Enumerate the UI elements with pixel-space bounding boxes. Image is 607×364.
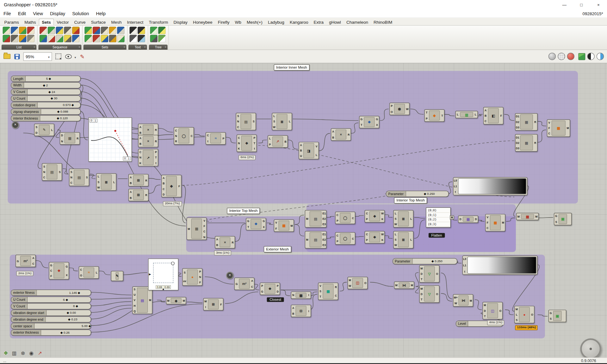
output-port[interactable]: F: [219, 303, 223, 306]
slider-track[interactable]: 5 ◆: [26, 76, 80, 81]
sketch-pen-button[interactable]: [78, 52, 86, 60]
input-port[interactable]: T: [420, 278, 424, 281]
input-port[interactable]: B: [129, 196, 133, 199]
preview-toggle-button[interactable]: [65, 52, 72, 60]
tab-maths[interactable]: Maths: [22, 19, 39, 25]
input-port[interactable]: D3: [516, 126, 520, 129]
output-port[interactable]: P: [221, 137, 225, 140]
output-port[interactable]: M: [410, 284, 414, 287]
input-port[interactable]: O: [79, 274, 83, 277]
input-port[interactable]: A: [291, 307, 295, 310]
shaded-preview-icon[interactable]: [548, 53, 556, 60]
menu-edit[interactable]: Edit: [15, 11, 29, 16]
gradient-component[interactable]: L0L1t: [462, 256, 538, 275]
minimize-button[interactable]: —: [556, 0, 573, 9]
gh-component[interactable]: MDT▽O: [419, 285, 440, 303]
slider-grip[interactable]: 5.00 ◆: [82, 324, 91, 328]
canvas-widget-icon-1[interactable]: ▥: [11, 349, 18, 356]
gh-component[interactable]: MLS●O: [514, 306, 535, 323]
input-port[interactable]: L0: [453, 179, 457, 182]
component-icon-button[interactable]: [48, 27, 55, 34]
input-port[interactable]: B: [162, 182, 165, 185]
menu-help[interactable]: Help: [93, 11, 109, 16]
component-icon-button[interactable]: [72, 27, 79, 34]
output-port[interactable]: G: [65, 265, 69, 268]
gh-component[interactable]: VFC▦M: [547, 120, 570, 137]
input-port[interactable]: C: [547, 132, 551, 135]
output-port[interactable]: t: [252, 147, 256, 150]
input-port[interactable]: P: [390, 105, 393, 108]
tab-sets[interactable]: Sets: [39, 19, 54, 25]
input-port[interactable]: D3: [516, 147, 520, 150]
input-port[interactable]: M: [517, 215, 520, 218]
component-icon-button[interactable]: [158, 35, 165, 42]
slider-exterior-fitness[interactable]: exterior fitness1.146 ◆: [11, 290, 91, 296]
component-icon-button[interactable]: [130, 35, 137, 42]
input-port[interactable]: S: [34, 126, 38, 128]
slider-track[interactable]: 8 ◆: [28, 304, 91, 309]
output-port[interactable]: A: [250, 280, 254, 282]
output-port[interactable]: P: [154, 151, 158, 153]
slider-track[interactable]: 5.00 ◆: [34, 323, 91, 329]
component-icon-button[interactable]: [11, 27, 18, 34]
gh-component[interactable]: AB×R: [138, 135, 158, 147]
gh-component[interactable]: CNK↗PTt: [138, 149, 158, 166]
slider-rotation-degree[interactable]: rotation degree0.573 ◆: [11, 102, 81, 108]
slider-interior-thickness[interactable]: interior thickness◆ 0.120: [11, 115, 81, 121]
canvas-widget-icon-4[interactable]: ↗: [36, 349, 43, 356]
graph-mapper[interactable]: 0 : 10 : 1: [89, 117, 132, 162]
output-port[interactable]: C: [190, 134, 194, 137]
menu-file[interactable]: File: [0, 11, 15, 16]
input-port[interactable]: B: [331, 136, 335, 139]
slider-v-count[interactable]: V Count◆ 24: [11, 89, 81, 95]
component-icon-button[interactable]: [84, 27, 92, 34]
component-icon-button[interactable]: [64, 27, 71, 34]
input-port[interactable]: P: [336, 240, 339, 243]
output-port[interactable]: t: [154, 162, 158, 165]
component-icon-button[interactable]: [11, 35, 18, 42]
gh-component[interactable]: CP❖WK: [365, 231, 385, 244]
output-port[interactable]: F: [499, 114, 503, 117]
output-port[interactable]: E2: [322, 238, 326, 241]
input-port[interactable]: V: [547, 121, 551, 124]
output-port[interactable]: P: [252, 136, 256, 139]
slider-parameter[interactable]: Parameter◆ 0.250: [386, 191, 449, 197]
preview-chevron-icon[interactable]: [74, 53, 76, 60]
input-port[interactable]: N: [174, 134, 178, 137]
plus-icon[interactable]: +: [123, 45, 125, 49]
plus-icon[interactable]: +: [78, 45, 80, 49]
tab-vector[interactable]: Vector: [54, 19, 71, 25]
input-port[interactable]: V: [486, 216, 489, 219]
input-port[interactable]: C: [174, 129, 178, 132]
input-port[interactable]: A: [129, 176, 133, 179]
input-port[interactable]: P: [425, 117, 429, 120]
output-port[interactable]: M: [148, 299, 152, 302]
input-port[interactable]: M: [483, 304, 487, 307]
gh-component[interactable]: ✎: [111, 271, 123, 281]
output-port[interactable]: R: [154, 140, 158, 143]
output-port[interactable]: R: [533, 120, 537, 123]
tab-mesh[interactable]: Mesh: [108, 19, 124, 25]
output-port[interactable]: T: [252, 142, 256, 145]
disable-button[interactable]: [226, 272, 233, 279]
gh-component[interactable]: SNC▤S: [236, 113, 256, 130]
input-port[interactable]: P: [260, 285, 264, 287]
input-port[interactable]: S: [554, 220, 558, 223]
component-icon-button[interactable]: [93, 35, 100, 42]
output-port[interactable]: L: [409, 238, 413, 241]
gradient-component[interactable]: L0L1t: [453, 177, 527, 195]
gh-component[interactable]: AB×R: [215, 236, 235, 248]
gh-component[interactable]: D▦D: [458, 216, 478, 223]
slider-grip[interactable]: ◆ 2: [43, 83, 48, 87]
disable-button[interactable]: [12, 121, 19, 129]
output-port[interactable]: C: [31, 262, 35, 265]
gh-component[interactable]: LSW≣L: [96, 173, 116, 191]
menu-display[interactable]: Display: [46, 11, 69, 16]
component-icon-button[interactable]: [40, 35, 47, 42]
input-port[interactable]: F: [49, 275, 53, 278]
gh-component[interactable]: PO◉W: [389, 103, 410, 115]
input-port[interactable]: L: [394, 233, 398, 236]
tab-intersect[interactable]: Intersect: [124, 19, 146, 25]
output-port[interactable]: S: [58, 170, 62, 173]
gh-component[interactable]: M▦VFCN: [187, 218, 207, 240]
